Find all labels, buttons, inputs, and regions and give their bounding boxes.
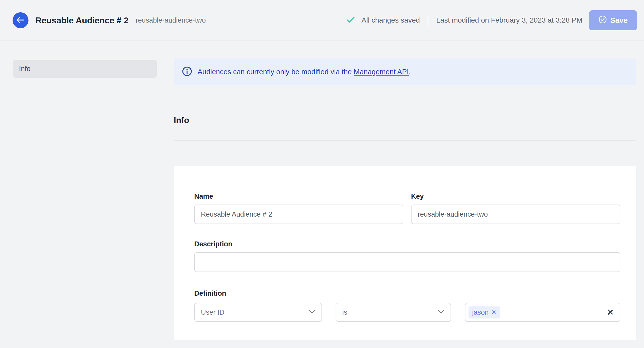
name-label: Name: [194, 192, 213, 200]
last-modified-text: Last modified on February 3, 2023 at 3:2…: [436, 16, 582, 24]
chevron-down-icon: [309, 310, 315, 315]
save-button[interactable]: Save: [589, 10, 637, 30]
definition-operator-select[interactable]: is: [336, 303, 451, 322]
header-divider: [428, 15, 428, 26]
definition-attribute-select[interactable]: User ID: [194, 303, 322, 322]
definition-label: Definition: [194, 289, 226, 297]
value-chip-label: jason: [472, 308, 489, 316]
arrow-left-icon: [16, 16, 25, 24]
info-form-card: Name Key Description Definition User ID …: [174, 166, 636, 340]
key-label: Key: [411, 192, 424, 200]
header-status-group: All changes saved Last modified on Febru…: [347, 10, 637, 30]
banner-text-after: .: [409, 68, 411, 76]
management-api-link[interactable]: Management API: [354, 68, 409, 76]
description-label: Description: [194, 240, 232, 248]
sidebar-item-info[interactable]: Info: [13, 60, 157, 78]
circle-check-icon: [599, 15, 607, 25]
sidebar-item-label: Info: [19, 65, 31, 73]
definition-attribute-value: User ID: [201, 308, 309, 316]
check-icon: [347, 16, 355, 24]
value-chip: jason ✕: [469, 306, 500, 318]
status-text: All changes saved: [362, 16, 420, 24]
banner-text: Audiences can currently only be modified…: [198, 68, 411, 76]
key-input[interactable]: [411, 205, 620, 224]
banner-text-before: Audiences can currently only be modified…: [198, 68, 354, 76]
definition-operator-value: is: [342, 308, 438, 316]
x-icon: ✕: [607, 308, 614, 317]
card-top-divider: [185, 188, 624, 188]
header: Reusable Audience # 2 reusable-audience-…: [0, 0, 644, 41]
section-divider: [174, 140, 636, 141]
page-subtitle: reusable-audience-two: [136, 16, 206, 24]
back-button[interactable]: [13, 12, 28, 28]
clear-values-button[interactable]: ✕: [607, 308, 614, 316]
name-input[interactable]: [194, 205, 403, 224]
definition-values-input[interactable]: jason ✕ ✕: [465, 303, 620, 322]
description-input[interactable]: [194, 252, 620, 272]
x-icon[interactable]: ✕: [491, 309, 496, 315]
chevron-down-icon: [438, 310, 444, 315]
section-heading: Info: [174, 115, 189, 125]
save-button-label: Save: [610, 16, 628, 25]
info-circle-icon: [182, 66, 192, 77]
page-title: Reusable Audience # 2: [35, 15, 129, 25]
info-banner: Audiences can currently only be modified…: [174, 59, 636, 85]
